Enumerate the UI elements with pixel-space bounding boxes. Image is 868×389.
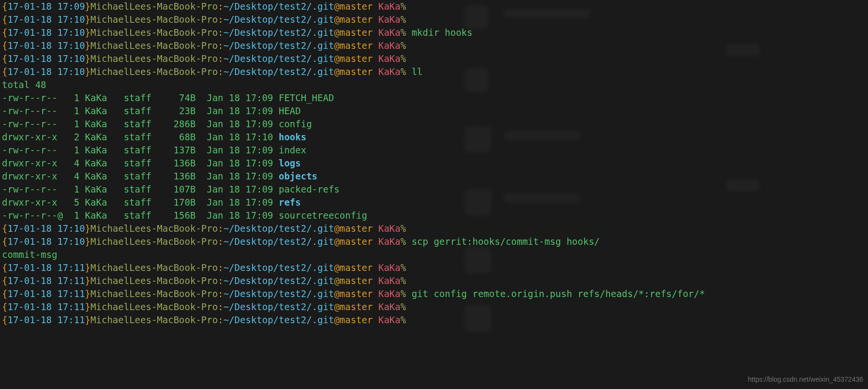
terminal-line: {17-01-18 17:10}MichaelLees-MacBook-Pro:… (2, 26, 866, 39)
terminal-line: {17-01-18 17:10}MichaelLees-MacBook-Pro:… (2, 52, 866, 65)
terminal-line: -rw-r--r-- 1 KaKa staff 286B Jan 18 17:0… (2, 118, 866, 131)
watermark: https://blog.csdn.net/weixin_45372436 (748, 373, 863, 386)
terminal[interactable]: {17-01-18 17:09}MichaelLees-MacBook-Pro:… (0, 0, 868, 389)
terminal-line: {17-01-18 17:10}MichaelLees-MacBook-Pro:… (2, 39, 866, 52)
terminal-line: -rw-r--r-- 1 KaKa staff 74B Jan 18 17:09… (2, 91, 866, 105)
terminal-line: drwxr-xr-x 4 KaKa staff 136B Jan 18 17:0… (2, 157, 866, 170)
terminal-line: total 48 (2, 78, 866, 91)
terminal-line: {17-01-18 17:11}MichaelLees-MacBook-Pro:… (2, 287, 866, 300)
terminal-line: drwxr-xr-x 2 KaKa staff 68B Jan 18 17:10… (2, 131, 866, 144)
terminal-line: commit-msg (2, 248, 866, 261)
terminal-line: {17-01-18 17:11}MichaelLees-MacBook-Pro:… (2, 261, 866, 274)
terminal-line: {17-01-18 17:11}MichaelLees-MacBook-Pro:… (2, 274, 866, 287)
terminal-line: {17-01-18 17:10}MichaelLees-MacBook-Pro:… (2, 235, 866, 248)
terminal-line: -rw-r--r-- 1 KaKa staff 23B Jan 18 17:09… (2, 105, 866, 118)
terminal-line: {17-01-18 17:11}MichaelLees-MacBook-Pro:… (2, 300, 866, 314)
terminal-line: {17-01-18 17:10}MichaelLees-MacBook-Pro:… (2, 222, 866, 235)
terminal-line: -rw-r--r--@ 1 KaKa staff 156B Jan 18 17:… (2, 209, 866, 222)
terminal-line: {17-01-18 17:11}MichaelLees-MacBook-Pro:… (2, 314, 866, 327)
terminal-line: {17-01-18 17:09}MichaelLees-MacBook-Pro:… (2, 0, 866, 13)
terminal-line: drwxr-xr-x 5 KaKa staff 170B Jan 18 17:0… (2, 196, 866, 209)
terminal-line: -rw-r--r-- 1 KaKa staff 107B Jan 18 17:0… (2, 183, 866, 196)
terminal-line: drwxr-xr-x 4 KaKa staff 136B Jan 18 17:0… (2, 170, 866, 183)
terminal-line: -rw-r--r-- 1 KaKa staff 137B Jan 18 17:0… (2, 144, 866, 157)
terminal-line: {17-01-18 17:10}MichaelLees-MacBook-Pro:… (2, 13, 866, 26)
terminal-line: {17-01-18 17:10}MichaelLees-MacBook-Pro:… (2, 65, 866, 78)
